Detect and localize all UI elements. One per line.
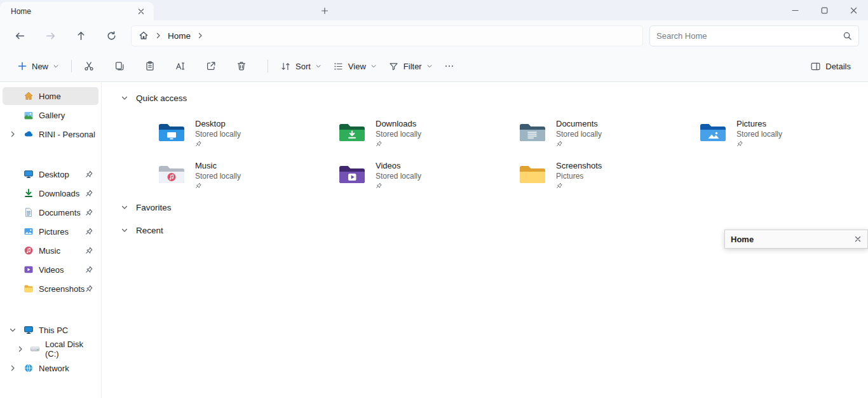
minimize-icon <box>792 7 799 14</box>
pin-icon <box>85 266 93 273</box>
sort-button[interactable]: Sort <box>275 55 327 77</box>
chevron-right-icon[interactable] <box>17 345 24 353</box>
home-icon[interactable] <box>139 31 149 41</box>
chevron-right-icon[interactable] <box>154 32 162 39</box>
maximize-button[interactable] <box>810 0 839 20</box>
music-folder-icon <box>158 163 186 186</box>
yellow-folder-icon <box>519 163 546 186</box>
view-button[interactable]: View <box>327 55 383 77</box>
sidebar-item-label: Videos <box>39 265 64 275</box>
search-input[interactable] <box>656 31 843 41</box>
pin-icon <box>556 182 562 189</box>
sidebar-item-music[interactable]: Music <box>3 242 98 259</box>
back-button[interactable] <box>9 25 31 46</box>
chevron-down-icon <box>315 63 322 69</box>
tile-subtitle: Stored locally <box>376 130 421 139</box>
trash-icon <box>236 60 247 72</box>
sidebar-item-home[interactable]: Home <box>3 87 98 105</box>
tab-title: Home <box>11 7 31 16</box>
sidebar-item-gallery[interactable]: Gallery <box>3 106 98 124</box>
quick-access-tiles: Desktop Stored locally Downloads Stored … <box>158 115 868 193</box>
chevron-down-icon[interactable] <box>9 326 17 334</box>
tab-home[interactable]: Home <box>0 2 154 20</box>
more-options-button[interactable] <box>438 55 460 77</box>
search-icon[interactable] <box>843 31 852 41</box>
details-button[interactable]: Details <box>804 55 857 77</box>
chevron-down-icon <box>426 63 433 69</box>
address-bar[interactable]: Home <box>131 25 643 46</box>
new-button[interactable]: New <box>11 55 65 77</box>
tile-screenshots[interactable]: Screenshots Pictures <box>519 157 699 193</box>
chevron-right-icon[interactable] <box>9 364 17 372</box>
tile-text: Desktop Stored locally <box>195 119 241 147</box>
tile-text: Screenshots Pictures <box>556 161 602 189</box>
sidebar-item-label: Desktop <box>39 170 69 179</box>
search-box[interactable] <box>649 25 859 46</box>
breadcrumb-item-home[interactable]: Home <box>168 31 191 41</box>
sidebar-item-local-disk-c[interactable]: Local Disk (C:) <box>3 340 98 358</box>
cut-button[interactable] <box>78 55 100 77</box>
downloads-folder-icon <box>338 121 366 144</box>
window-controls <box>780 0 868 20</box>
pin-icon <box>195 182 201 189</box>
tile-text: Videos Stored locally <box>376 161 421 189</box>
minimize-button[interactable] <box>780 0 810 20</box>
navigation-bar: Home <box>0 20 868 51</box>
new-tab-button[interactable] <box>316 4 333 18</box>
close-window-button[interactable] <box>839 0 868 20</box>
share-button[interactable] <box>200 55 222 77</box>
sidebar-item-documents[interactable]: Documents <box>3 203 98 221</box>
pin-icon <box>85 170 93 178</box>
sidebar-item-screenshots[interactable]: Screenshots <box>3 280 98 298</box>
title-bar: Home <box>0 0 868 20</box>
chevron-down-icon <box>53 63 59 69</box>
chevron-down-icon[interactable] <box>121 203 128 211</box>
view-button-label: View <box>348 62 366 71</box>
sort-button-label: Sort <box>295 62 311 71</box>
refresh-button[interactable] <box>100 25 122 46</box>
tile-subtitle: Pictures <box>556 172 602 181</box>
sidebar-item-onedrive[interactable]: RINI - Personal <box>3 125 98 143</box>
sidebar-item-videos[interactable]: Videos <box>3 261 98 278</box>
chevron-down-icon[interactable] <box>121 226 128 234</box>
chevron-down-icon[interactable] <box>121 94 128 102</box>
sidebar-item-network[interactable]: Network <box>3 359 98 377</box>
forward-button[interactable] <box>39 25 61 46</box>
section-quick-access[interactable]: Quick access <box>121 90 868 106</box>
tile-documents[interactable]: Documents Stored locally <box>519 115 699 151</box>
tile-subtitle: Stored locally <box>195 172 241 181</box>
delete-button[interactable] <box>231 55 252 77</box>
section-title: Quick access <box>136 93 187 103</box>
copy-button[interactable] <box>109 55 130 77</box>
rename-button[interactable] <box>170 55 191 77</box>
sidebar-item-label: Gallery <box>39 111 65 120</box>
tab-close-button[interactable] <box>133 4 149 19</box>
up-button[interactable] <box>70 25 92 46</box>
tile-music[interactable]: Music Stored locally <box>158 157 338 193</box>
sidebar-item-downloads[interactable]: Downloads <box>3 184 98 202</box>
plus-icon <box>321 7 329 15</box>
sidebar-item-pictures[interactable]: Pictures <box>3 223 98 240</box>
tile-downloads[interactable]: Downloads Stored locally <box>338 115 519 151</box>
chevron-right-icon[interactable] <box>9 130 17 138</box>
tile-subtitle: Stored locally <box>736 130 782 139</box>
tile-pictures[interactable]: Pictures Stored locally <box>699 115 868 151</box>
home-icon <box>24 91 34 101</box>
sidebar-item-label: Local Disk (C:) <box>45 340 98 359</box>
sidebar-item-this-pc[interactable]: This PC <box>3 321 98 339</box>
disk-drive-icon <box>30 344 40 354</box>
pin-icon <box>85 209 93 216</box>
pin-icon <box>85 228 93 235</box>
tile-videos[interactable]: Videos Stored locally <box>338 157 519 193</box>
filter-button[interactable]: Filter <box>383 55 438 77</box>
tab-preview-popup: Home <box>724 230 868 249</box>
section-favorites[interactable]: Favorites <box>121 199 868 216</box>
popup-close-button[interactable] <box>851 232 865 246</box>
tile-desktop[interactable]: Desktop Stored locally <box>158 115 338 151</box>
details-pane-icon <box>810 61 821 72</box>
documents-folder-icon <box>519 121 546 144</box>
chevron-right-icon[interactable] <box>196 32 204 39</box>
paste-button[interactable] <box>139 55 161 77</box>
sidebar-item-label: Network <box>39 364 69 373</box>
sidebar-item-desktop[interactable]: Desktop <box>3 165 98 183</box>
